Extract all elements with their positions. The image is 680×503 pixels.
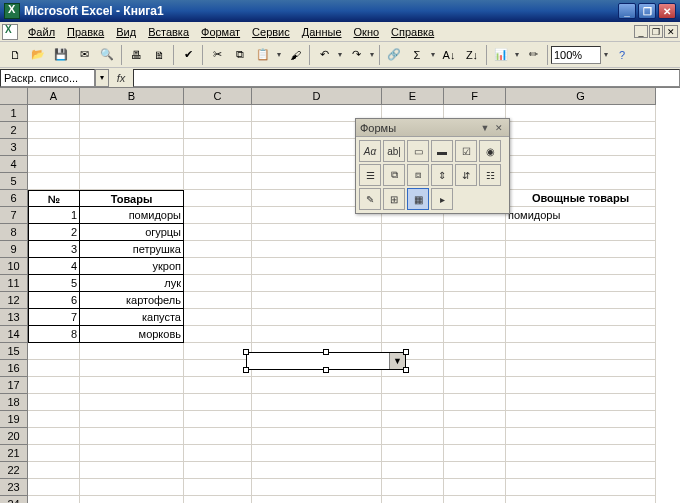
forms-scrollbar-control[interactable]: ⇕ xyxy=(431,164,453,186)
cell[interactable]: 1 xyxy=(28,207,80,224)
forms-button-control[interactable]: ▬ xyxy=(431,140,453,162)
row-header[interactable]: 6 xyxy=(0,190,28,207)
cell[interactable] xyxy=(80,496,184,503)
mail-button[interactable]: ✉ xyxy=(73,44,95,66)
menu-insert[interactable]: Вставка xyxy=(142,24,195,40)
cell[interactable]: 8 xyxy=(28,326,80,343)
forms-run-control[interactable]: ▸ xyxy=(431,188,453,210)
forms-checkbox-control[interactable]: ☑ xyxy=(455,140,477,162)
cell[interactable] xyxy=(506,462,656,479)
mdi-minimize-button[interactable]: _ xyxy=(634,25,648,38)
cell[interactable] xyxy=(28,173,80,190)
cell[interactable] xyxy=(506,377,656,394)
cell[interactable] xyxy=(28,462,80,479)
cell[interactable] xyxy=(382,258,444,275)
cell[interactable] xyxy=(184,326,252,343)
forms-combobox-control[interactable]: ⧉ xyxy=(383,164,405,186)
row-header[interactable]: 15 xyxy=(0,343,28,360)
row-header[interactable]: 13 xyxy=(0,309,28,326)
forms-radio-control[interactable]: ◉ xyxy=(479,140,501,162)
format-painter-button[interactable]: 🖌 xyxy=(284,44,306,66)
chart-wizard-button[interactable]: 📊 xyxy=(490,44,512,66)
column-header[interactable]: B xyxy=(80,88,184,105)
cell[interactable] xyxy=(506,496,656,503)
cell[interactable] xyxy=(28,445,80,462)
cell[interactable] xyxy=(382,292,444,309)
row-header[interactable]: 11 xyxy=(0,275,28,292)
forms-edit-control[interactable]: ab| xyxy=(383,140,405,162)
cell[interactable] xyxy=(444,479,506,496)
minimize-button[interactable]: _ xyxy=(618,3,636,19)
cell[interactable] xyxy=(506,411,656,428)
cell[interactable] xyxy=(444,343,506,360)
cell[interactable] xyxy=(184,479,252,496)
cell[interactable] xyxy=(28,105,80,122)
print-button[interactable]: 🖶 xyxy=(125,44,147,66)
cell[interactable] xyxy=(506,224,656,241)
cell[interactable] xyxy=(184,411,252,428)
help-button[interactable]: ? xyxy=(611,44,633,66)
zoom-combo[interactable]: 100% xyxy=(551,46,601,64)
cell[interactable] xyxy=(184,207,252,224)
new-button[interactable]: 🗋 xyxy=(4,44,26,66)
row-header[interactable]: 12 xyxy=(0,292,28,309)
cell[interactable] xyxy=(506,275,656,292)
cell[interactable] xyxy=(184,241,252,258)
cell[interactable] xyxy=(506,241,656,258)
cell[interactable] xyxy=(382,411,444,428)
cell[interactable] xyxy=(252,411,382,428)
row-header[interactable]: 7 xyxy=(0,207,28,224)
cell[interactable]: картофель xyxy=(80,292,184,309)
cell[interactable] xyxy=(444,428,506,445)
mdi-restore-button[interactable]: ❐ xyxy=(649,25,663,38)
row-header[interactable]: 23 xyxy=(0,479,28,496)
cell[interactable]: капуста xyxy=(80,309,184,326)
column-header[interactable]: G xyxy=(506,88,656,105)
cell[interactable] xyxy=(184,428,252,445)
column-header[interactable]: E xyxy=(382,88,444,105)
cell[interactable] xyxy=(184,360,252,377)
cell[interactable] xyxy=(184,258,252,275)
name-box[interactable]: Раскр. списо... xyxy=(0,69,95,87)
cell[interactable] xyxy=(506,173,656,190)
paste-button[interactable]: 📋 xyxy=(252,44,274,66)
cell[interactable] xyxy=(80,411,184,428)
cell[interactable]: 5 xyxy=(28,275,80,292)
maximize-button[interactable]: ❐ xyxy=(638,3,656,19)
cell[interactable] xyxy=(444,445,506,462)
cell[interactable] xyxy=(444,394,506,411)
cell[interactable] xyxy=(28,394,80,411)
cell[interactable] xyxy=(184,394,252,411)
row-header[interactable]: 9 xyxy=(0,241,28,258)
menu-file[interactable]: Файл xyxy=(22,24,61,40)
column-header[interactable]: F xyxy=(444,88,506,105)
cell[interactable] xyxy=(444,462,506,479)
cell[interactable] xyxy=(184,496,252,503)
cell[interactable] xyxy=(506,258,656,275)
cell[interactable] xyxy=(252,394,382,411)
row-header[interactable]: 16 xyxy=(0,360,28,377)
cell[interactable]: Овощные товары xyxy=(506,190,656,207)
cell[interactable] xyxy=(28,360,80,377)
name-box-dropdown[interactable]: ▾ xyxy=(95,69,109,87)
cell[interactable] xyxy=(184,275,252,292)
cell[interactable]: Товары xyxy=(80,190,184,207)
cell[interactable] xyxy=(444,258,506,275)
cell[interactable] xyxy=(28,496,80,503)
cell[interactable] xyxy=(252,258,382,275)
row-header[interactable]: 22 xyxy=(0,462,28,479)
cell[interactable] xyxy=(80,173,184,190)
close-button[interactable]: ✕ xyxy=(658,3,676,19)
cell[interactable] xyxy=(28,377,80,394)
row-header[interactable]: 4 xyxy=(0,156,28,173)
cell[interactable] xyxy=(382,445,444,462)
cell[interactable] xyxy=(184,156,252,173)
cell[interactable]: укроп xyxy=(80,258,184,275)
cell[interactable] xyxy=(80,360,184,377)
paste-dropdown[interactable]: ▾ xyxy=(275,44,283,66)
cell[interactable] xyxy=(444,309,506,326)
cell[interactable] xyxy=(506,479,656,496)
forms-toggle-control[interactable]: ⊞ xyxy=(383,188,405,210)
mdi-close-button[interactable]: ✕ xyxy=(664,25,678,38)
menu-window[interactable]: Окно xyxy=(348,24,386,40)
